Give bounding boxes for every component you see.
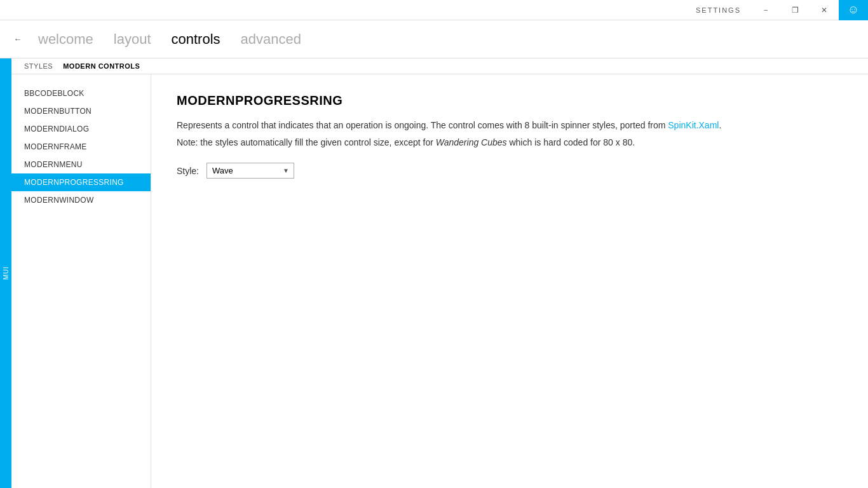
breadcrumb-modern-controls: MODERN CONTROLS bbox=[63, 62, 140, 70]
app-header: ← welcome layout controls advanced bbox=[0, 20, 868, 58]
note-suffix: which is hard coded for 80 x 80. bbox=[507, 137, 635, 147]
note-prefix: Note: the styles automatically fill the … bbox=[177, 137, 436, 147]
desc-text: Represents a control that indicates that… bbox=[177, 120, 668, 130]
nav-tabs: welcome layout controls advanced bbox=[36, 31, 304, 48]
sidebar-item-bbcodeblock[interactable]: BBCODEBLOCK bbox=[11, 85, 151, 102]
sidebar: BBCODEBLOCK MODERNBUTTON MODERNDIALOG MO… bbox=[11, 74, 151, 488]
sidebar-item-modernmenu[interactable]: MODERNMENU bbox=[11, 156, 151, 173]
main-area: MUI STYLES MODERN CONTROLS BBCODEBLOCK M… bbox=[0, 58, 868, 488]
back-icon: ← bbox=[13, 34, 22, 44]
tab-welcome[interactable]: welcome bbox=[36, 31, 96, 48]
tab-controls[interactable]: controls bbox=[169, 31, 223, 48]
app-logo: ☺ bbox=[839, 0, 868, 20]
titlebar: SETTINGS − ❐ ✕ ☺ bbox=[0, 0, 868, 20]
sidebar-item-modernbutton[interactable]: MODERNBUTTON bbox=[11, 102, 151, 120]
style-select[interactable]: Wave DoubleBounce ThreeBounce Circle Wan… bbox=[207, 163, 294, 179]
sidebar-item-modernframe[interactable]: MODERNFRAME bbox=[11, 138, 151, 156]
note-italic: Wandering Cubes bbox=[436, 137, 507, 147]
tab-advanced[interactable]: advanced bbox=[238, 31, 304, 48]
style-row: Style: Wave DoubleBounce ThreeBounce Cir… bbox=[177, 163, 843, 179]
style-select-wrapper: Wave DoubleBounce ThreeBounce Circle Wan… bbox=[207, 163, 294, 179]
content-wrapper: STYLES MODERN CONTROLS BBCODEBLOCK MODER… bbox=[11, 58, 868, 488]
sidebar-item-moderndialog[interactable]: MODERNDIALOG bbox=[11, 120, 151, 138]
content-description: Represents a control that indicates that… bbox=[177, 118, 843, 132]
minimize-button[interactable]: − bbox=[751, 0, 780, 20]
style-label: Style: bbox=[177, 166, 199, 176]
side-strip: MUI bbox=[0, 58, 11, 488]
logo-icon: ☺ bbox=[848, 3, 859, 17]
breadcrumb-styles: STYLES bbox=[24, 62, 53, 70]
page-title: MODERNPROGRESSRING bbox=[177, 93, 843, 108]
sidebar-item-modernprogressring[interactable]: MODERNPROGRESSRING bbox=[11, 173, 151, 191]
sidebar-item-modernwindow[interactable]: MODERNWINDOW bbox=[11, 191, 151, 209]
wave-animation bbox=[202, 204, 843, 248]
close-button[interactable]: ✕ bbox=[810, 0, 839, 20]
restore-button[interactable]: ❐ bbox=[780, 0, 810, 20]
content-area: MODERNPROGRESSRING Represents a control … bbox=[151, 74, 868, 488]
content-note: Note: the styles automatically fill the … bbox=[177, 137, 843, 147]
spinkit-link[interactable]: SpinKit.Xaml bbox=[668, 120, 719, 130]
titlebar-controls: − ❐ ✕ ☺ bbox=[751, 0, 868, 20]
tab-layout[interactable]: layout bbox=[111, 31, 154, 48]
breadcrumb: STYLES MODERN CONTROLS bbox=[11, 58, 868, 74]
settings-label: SETTINGS bbox=[696, 6, 741, 14]
back-button[interactable]: ← bbox=[6, 28, 29, 51]
main-layout: BBCODEBLOCK MODERNBUTTON MODERNDIALOG MO… bbox=[11, 74, 868, 488]
side-strip-label: MUI bbox=[3, 266, 10, 280]
